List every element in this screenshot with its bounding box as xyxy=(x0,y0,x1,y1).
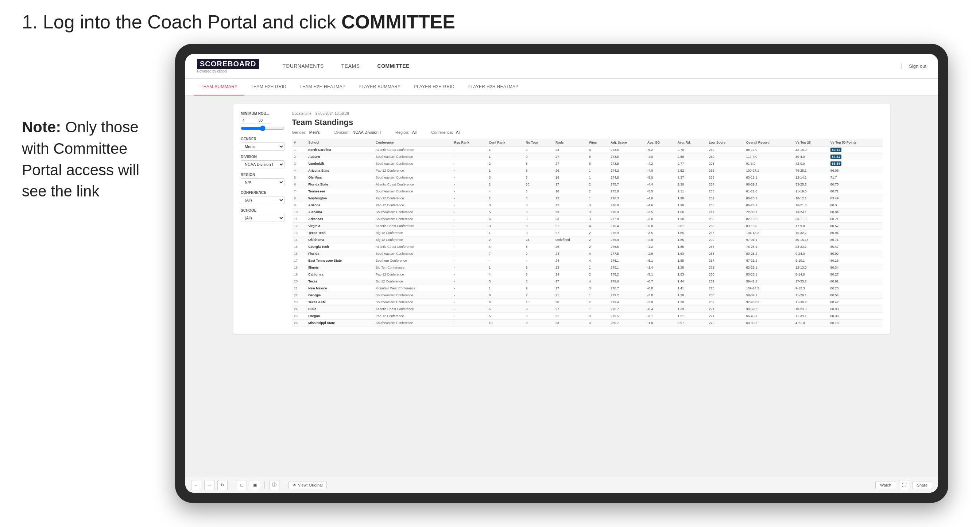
toolbar-expand-btn[interactable]: ⛶ xyxy=(899,480,909,490)
conference-select[interactable]: (All) xyxy=(241,196,285,204)
toolbar-info-btn[interactable]: ⓘ xyxy=(269,480,279,490)
cell-school: Texas xyxy=(306,278,374,285)
cell-wins: 6 xyxy=(587,154,608,160)
cell-low: 265 xyxy=(706,188,744,195)
cell-school: Auburn xyxy=(306,154,374,160)
cell-school: Washington xyxy=(306,195,374,202)
toolbar-forward-btn[interactable]: → xyxy=(204,480,215,490)
region-value: All xyxy=(412,130,417,135)
table-row: 26 Mississippi State Southeastern Confer… xyxy=(292,320,883,327)
cell-vs-top25: 9-10.1 xyxy=(793,257,828,264)
school-select[interactable]: (All) xyxy=(241,214,285,222)
cell-reg-rank: - xyxy=(452,292,487,299)
sub-nav-team-h2h-heatmap[interactable]: TEAM H2H HEATMAP xyxy=(293,79,352,95)
toolbar-paste-btn[interactable]: ▣ xyxy=(250,480,260,490)
cell-rank: 17 xyxy=(292,257,306,264)
cell-avg-rd: 1.28 xyxy=(675,264,707,271)
cell-overall: 82-18.3 xyxy=(744,216,793,223)
cell-overall: 86-26.1 xyxy=(744,202,793,209)
cell-school: Illinois xyxy=(306,264,374,271)
min-rounds-min-input[interactable] xyxy=(241,117,255,124)
cell-avg-rd: 2.52 xyxy=(675,167,707,174)
cell-adj-score: 279.4 xyxy=(608,299,645,306)
sub-nav-player-h2h-grid[interactable]: PLAYER H2H GRID xyxy=(407,79,461,95)
cell-conf: Pac-12 Conference xyxy=(374,195,452,202)
cell-rank: 9 xyxy=(292,202,306,209)
view-original-button[interactable]: 👁 View: Original xyxy=(288,481,327,489)
table-row: 24 Duke Atlantic Coast Conference - 5 9 … xyxy=(292,306,883,313)
cell-reg-rank: - xyxy=(452,306,487,313)
cell-no-tour: - xyxy=(524,257,554,264)
cell-no-tour: 7 xyxy=(524,292,554,299)
cell-avg-sg: -4.0 xyxy=(645,195,675,202)
cell-wins: 2 xyxy=(587,230,608,237)
cell-wins: 2 xyxy=(587,299,608,306)
cell-school: North Carolina xyxy=(306,146,374,154)
sign-out-button[interactable]: Sign out xyxy=(901,63,926,69)
cell-school: Duke xyxy=(306,306,374,313)
gender-filter-display: Gender: Men's xyxy=(292,130,320,135)
nav-teams[interactable]: TEAMS xyxy=(332,60,369,73)
cell-low: 268 xyxy=(706,202,744,209)
toolbar-copy-btn[interactable]: □ xyxy=(237,480,247,490)
col-conf-rank: Conf Rank xyxy=(487,139,523,146)
cell-rnds: 21 xyxy=(553,313,587,320)
cell-wins: 1 xyxy=(587,264,608,271)
sub-nav-team-h2h-grid[interactable]: TEAM H2H GRID xyxy=(244,79,293,95)
tablet-frame: SCOREBOARD Powered by clippd TOURNAMENTS… xyxy=(175,44,948,503)
share-button[interactable]: Share xyxy=(912,481,932,489)
cell-no-tour: 9 xyxy=(524,154,554,160)
cell-wins: 2 xyxy=(587,237,608,243)
col-avg-sg: Avg. SG xyxy=(645,139,675,146)
cell-conf: Southern Conference xyxy=(374,257,452,264)
col-rnds: Rnds xyxy=(553,139,587,146)
cell-wins: 3 xyxy=(587,209,608,216)
eye-icon: 👁 xyxy=(293,483,296,487)
cell-no-tour: 8 xyxy=(524,223,554,230)
cell-reg-rank: - xyxy=(452,174,487,181)
cell-rnds: 27 xyxy=(553,160,587,167)
cell-rank: 26 xyxy=(292,320,306,327)
cell-avg-rd: 2.77 xyxy=(675,160,707,167)
cell-school: Georgia Tech xyxy=(306,243,374,250)
region-select[interactable]: N/A xyxy=(241,178,285,186)
cell-rnds: undefined xyxy=(553,237,587,243)
cell-wins: 4 xyxy=(587,250,608,257)
cell-overall: 62-25.1 xyxy=(744,264,793,271)
table-row: 2 Auburn Southeastern Conference - 1 9 2… xyxy=(292,154,883,160)
cell-rank: 5 xyxy=(292,174,306,181)
cell-conf: Southeastern Conference xyxy=(374,209,452,216)
nav-committee[interactable]: COMMITTEE xyxy=(369,60,419,73)
nav-tournaments[interactable]: TOURNAMENTS xyxy=(274,60,332,73)
cell-reg-rank: - xyxy=(452,257,487,264)
division-select[interactable]: NCAA Division I xyxy=(241,160,285,168)
sub-nav-player-h2h-heatmap[interactable]: PLAYER H2H HEATMAP xyxy=(461,79,525,95)
col-avg-rd: Avg. Rd. xyxy=(675,139,707,146)
min-rounds-max-input[interactable] xyxy=(257,117,271,124)
cell-vs-top50-pts: 80.13 xyxy=(828,320,883,327)
cell-conf: Atlantic Coast Conference xyxy=(374,146,452,154)
cell-no-tour: 8 xyxy=(524,271,554,278)
toolbar-back-btn[interactable]: ← xyxy=(191,480,201,490)
cell-rank: 13 xyxy=(292,230,306,237)
sub-nav-team-summary[interactable]: TEAM SUMMARY xyxy=(194,79,244,95)
school-filter: School (All) xyxy=(241,208,285,222)
cell-no-tour: 8 xyxy=(524,195,554,202)
cell-vs-top25: 33-25.2 xyxy=(793,181,828,188)
sub-nav-player-summary[interactable]: PLAYER SUMMARY xyxy=(352,79,407,95)
cell-rnds: 23 xyxy=(553,195,587,202)
cell-no-tour: 8 xyxy=(524,216,554,223)
cell-reg-rank: - xyxy=(452,209,487,216)
min-rounds-slider[interactable] xyxy=(241,125,285,131)
cell-rnds: 23 xyxy=(553,216,587,223)
cell-rnds: 27 xyxy=(553,278,587,285)
cell-rank: 19 xyxy=(292,271,306,278)
toolbar-refresh-btn[interactable]: ↻ xyxy=(217,480,228,490)
cell-no-tour: 9 xyxy=(524,306,554,313)
cell-avg-rd: 0.97 xyxy=(675,320,707,327)
cell-avg-sg: -0.7 xyxy=(645,278,675,285)
cell-low: 217 xyxy=(706,209,744,216)
cell-no-tour: 8 xyxy=(524,209,554,216)
gender-select[interactable]: Men's xyxy=(241,143,285,151)
watch-button[interactable]: Watch xyxy=(875,481,896,489)
